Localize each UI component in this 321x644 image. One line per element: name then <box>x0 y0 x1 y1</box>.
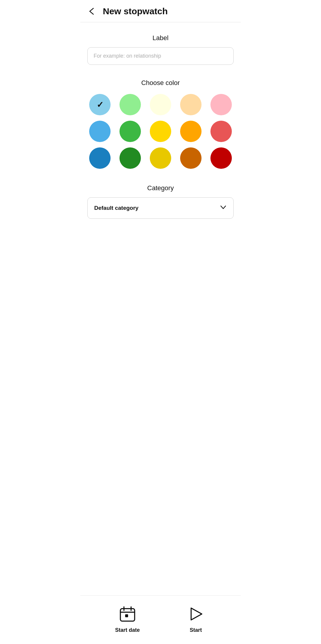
check-mark-light-blue: ✓ <box>97 100 103 110</box>
color-circle-dark-yellow[interactable]: ✓ <box>150 147 171 169</box>
category-dropdown[interactable]: Default category <box>87 197 234 219</box>
color-circle-medium-red[interactable]: ✓ <box>210 121 232 142</box>
color-circle-light-yellow[interactable]: ✓ <box>150 94 171 115</box>
color-grid: ✓✓✓✓✓✓✓✓✓✓✓✓✓✓✓ <box>87 94 234 169</box>
start-button[interactable]: Start <box>186 604 206 633</box>
svg-rect-4 <box>125 614 128 617</box>
back-button[interactable] <box>87 6 98 17</box>
color-circle-dark-red[interactable]: ✓ <box>210 147 232 169</box>
color-circle-light-pink[interactable]: ✓ <box>210 94 232 115</box>
color-circle-medium-blue[interactable]: ✓ <box>89 121 111 142</box>
play-icon <box>186 604 206 624</box>
start-label: Start <box>190 627 202 633</box>
header: New stopwatch <box>80 0 241 22</box>
color-circle-medium-green[interactable]: ✓ <box>119 121 141 142</box>
color-circle-medium-orange[interactable]: ✓ <box>180 121 202 142</box>
bottom-bar: Start date Start <box>80 595 241 644</box>
start-date-button[interactable]: Start date <box>115 604 140 633</box>
calendar-icon <box>117 604 138 624</box>
category-selected-label: Default category <box>94 205 139 211</box>
page-title: New stopwatch <box>103 6 168 16</box>
color-circle-light-orange[interactable]: ✓ <box>180 94 202 115</box>
category-section-title: Category <box>87 184 234 192</box>
label-section-title: Label <box>87 34 234 42</box>
chevron-down-icon <box>220 204 227 212</box>
color-circle-medium-yellow[interactable]: ✓ <box>150 121 171 142</box>
label-section: Label <box>87 34 234 65</box>
color-circle-light-blue[interactable]: ✓ <box>89 94 111 115</box>
label-input[interactable] <box>87 47 234 65</box>
color-circle-dark-orange[interactable]: ✓ <box>180 147 202 169</box>
color-circle-dark-green[interactable]: ✓ <box>119 147 141 169</box>
color-circle-dark-blue[interactable]: ✓ <box>89 147 111 169</box>
category-section: Category Default category <box>87 184 234 219</box>
main-content: Label Choose color ✓✓✓✓✓✓✓✓✓✓✓✓✓✓✓ Categ… <box>80 22 241 266</box>
color-section: Choose color ✓✓✓✓✓✓✓✓✓✓✓✓✓✓✓ <box>87 79 234 169</box>
color-circle-light-green[interactable]: ✓ <box>119 94 141 115</box>
start-date-label: Start date <box>115 627 140 633</box>
color-section-title: Choose color <box>87 79 234 87</box>
